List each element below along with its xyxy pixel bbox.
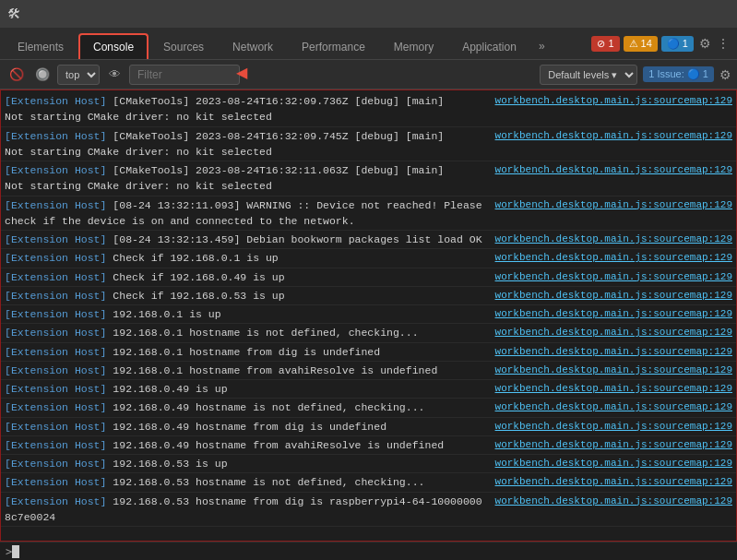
log-text: [Extension Host] 192.168.0.53 hostname i…	[5, 474, 488, 490]
console-prompt: >	[6, 545, 12, 558]
log-source-link[interactable]: workbench.desktop.main.js:sourcemap:129	[495, 474, 732, 490]
log-entry: [Extension Host] [CMakeTools] 2023-08-24…	[1, 92, 736, 127]
filter-input[interactable]	[129, 65, 240, 85]
log-continuation: Not starting CMake driver: no kit select…	[5, 178, 272, 194]
log-text: [Extension Host] Check if 192.168.0.53 i…	[5, 288, 488, 304]
log-source-link[interactable]: workbench.desktop.main.js:sourcemap:129	[495, 456, 732, 471]
tab-elements[interactable]: Elements	[4, 33, 77, 59]
context-select[interactable]: top	[57, 65, 100, 85]
log-source-link[interactable]: workbench.desktop.main.js:sourcemap:129	[495, 399, 732, 415]
tab-performance[interactable]: Performance	[288, 33, 379, 59]
log-entry: [Extension Host] Check if 192.168.0.53 i…	[1, 287, 736, 305]
log-source-link[interactable]: workbench.desktop.main.js:sourcemap:129	[495, 128, 732, 144]
toolbar-right: Default levels ▾ 1 Issue: 🔵 1 ⚙	[540, 65, 731, 85]
console-toolbar: 🚫 🔘 top 👁 ◀ Default levels ▾ 1 Issue: 🔵 …	[0, 60, 737, 89]
log-main-row: [Extension Host] [CMakeTools] 2023-08-24…	[5, 162, 732, 178]
tab-overflow[interactable]: »	[531, 33, 553, 59]
log-source-link[interactable]: workbench.desktop.main.js:sourcemap:129	[495, 419, 732, 435]
log-entry: [Extension Host] 192.168.0.49 is upworkb…	[1, 380, 736, 399]
more-options-icon[interactable]: ⋮	[717, 36, 730, 51]
log-entry: [Extension Host] Check if 192.168.0.1 is…	[1, 249, 736, 268]
log-source-link[interactable]: workbench.desktop.main.js:sourcemap:129	[495, 162, 732, 178]
tab-network[interactable]: Network	[219, 33, 287, 59]
app-icon: 🛠	[7, 6, 20, 21]
close-button[interactable]	[707, 5, 730, 23]
log-main-row: [Extension Host] Check if 192.168.0.49 i…	[5, 269, 732, 285]
warning-badge: ⚠ 14	[624, 36, 658, 52]
log-text: [Extension Host] [CMakeTools] 2023-08-24…	[5, 162, 488, 178]
tab-console[interactable]: Console	[78, 33, 149, 59]
console-input-bar[interactable]: >	[0, 542, 737, 560]
log-main-row: [Extension Host] 192.168.0.49 hostname i…	[5, 399, 732, 415]
log-entry: [Extension Host] 192.168.0.49 hostname f…	[1, 418, 736, 436]
maximize-button[interactable]	[684, 5, 706, 23]
log-continuation: Not starting CMake driver: no kit select…	[5, 144, 272, 160]
log-main-row: [Extension Host] [CMakeTools] 2023-08-24…	[5, 128, 732, 144]
info-badge: 🔵 1	[661, 36, 694, 52]
window-controls	[660, 5, 730, 23]
log-text: [Extension Host] 192.168.0.49 is up	[5, 381, 488, 397]
devtools-gear-icon[interactable]: ⚙	[697, 34, 713, 53]
tab-memory[interactable]: Memory	[380, 33, 447, 59]
log-entry: [Extension Host] [CMakeTools] 2023-08-24…	[1, 161, 736, 197]
log-source-link[interactable]: workbench.desktop.main.js:sourcemap:129	[495, 232, 732, 247]
log-main-row: [Extension Host] 192.168.0.49 hostname f…	[5, 419, 732, 435]
log-source-link[interactable]: workbench.desktop.main.js:sourcemap:129	[495, 306, 732, 322]
minimize-button[interactable]	[660, 5, 682, 23]
title-bar: 🛠	[0, 0, 737, 28]
log-source-link[interactable]: workbench.desktop.main.js:sourcemap:129	[495, 344, 732, 360]
log-main-row: [Extension Host] 192.168.0.1 is upworkbe…	[5, 306, 732, 322]
log-entry: [Extension Host] 192.168.0.53 hostname i…	[1, 473, 736, 492]
log-main-row: [Extension Host] 192.168.0.53 is upworkb…	[5, 456, 732, 471]
tab-application[interactable]: Application	[448, 33, 530, 59]
log-entry: [Extension Host] 192.168.0.1 hostname fr…	[1, 343, 736, 362]
log-source-link[interactable]: workbench.desktop.main.js:sourcemap:129	[495, 363, 732, 378]
eye-icon[interactable]: 👁	[103, 64, 125, 86]
log-source-link[interactable]: workbench.desktop.main.js:sourcemap:129	[495, 381, 732, 397]
log-entry: [Extension Host] 192.168.0.53 hostname f…	[1, 493, 736, 528]
log-source-link[interactable]: workbench.desktop.main.js:sourcemap:129	[495, 494, 732, 526]
console-output[interactable]: [Extension Host] [CMakeTools] 2023-08-24…	[0, 89, 737, 542]
log-text: [Extension Host] 192.168.0.1 is up	[5, 306, 488, 322]
log-text: [Extension Host] Check if 192.168.0.1 is…	[5, 250, 488, 266]
log-text: [Extension Host] [08-24 13:32:11.093] WA…	[5, 197, 488, 230]
log-source-link[interactable]: workbench.desktop.main.js:sourcemap:129	[495, 288, 732, 304]
log-main-row: [Extension Host] 192.168.0.53 hostname i…	[5, 474, 732, 490]
log-entry: [Extension Host] 192.168.0.1 hostname is…	[1, 324, 736, 342]
log-text: [Extension Host] 192.168.0.1 hostname fr…	[5, 363, 488, 378]
issue-text: 1 Issue: 🔵 1	[648, 68, 708, 80]
log-text: [Extension Host] 192.168.0.53 hostname f…	[5, 494, 488, 526]
log-text: [Extension Host] 192.168.0.49 hostname f…	[5, 419, 488, 435]
console-cursor	[12, 545, 19, 558]
log-entry: [Extension Host] [CMakeTools] 2023-08-24…	[1, 127, 736, 162]
log-text: [Extension Host] Check if 192.168.0.49 i…	[5, 269, 488, 285]
tab-sources[interactable]: Sources	[149, 33, 218, 59]
preserve-log-button[interactable]: 🔘	[31, 64, 53, 86]
tab-bar-badges: ⊘ 1 ⚠ 14 🔵 1 ⚙ ⋮	[584, 28, 737, 59]
issue-badge[interactable]: 1 Issue: 🔵 1	[643, 66, 714, 82]
log-source-link[interactable]: workbench.desktop.main.js:sourcemap:129	[495, 269, 732, 285]
log-text: [Extension Host] [08-24 13:32:13.459] De…	[5, 232, 488, 247]
log-levels-select[interactable]: Default levels ▾	[540, 65, 637, 85]
log-main-row: [Extension Host] Check if 192.168.0.53 i…	[5, 288, 732, 304]
log-entry: [Extension Host] 192.168.0.49 hostname i…	[1, 399, 736, 417]
log-text: [Extension Host] [CMakeTools] 2023-08-24…	[5, 128, 488, 144]
log-source-link[interactable]: workbench.desktop.main.js:sourcemap:129	[495, 250, 732, 266]
log-source-link[interactable]: workbench.desktop.main.js:sourcemap:129	[495, 437, 732, 453]
log-main-row: [Extension Host] 192.168.0.49 hostname f…	[5, 437, 732, 453]
log-source-link[interactable]: workbench.desktop.main.js:sourcemap:129	[495, 93, 732, 109]
log-main-row: [Extension Host] 192.168.0.1 hostname fr…	[5, 363, 732, 378]
log-main-row: [Extension Host] [08-24 13:32:11.093] WA…	[5, 197, 732, 230]
log-entry: [Extension Host] [08-24 13:32:13.459] De…	[1, 231, 736, 249]
log-text: [Extension Host] 192.168.0.49 hostname i…	[5, 399, 488, 415]
log-main-row: [Extension Host] 192.168.0.1 hostname fr…	[5, 344, 732, 360]
console-settings-icon[interactable]: ⚙	[719, 67, 731, 82]
log-main-row: [Extension Host] Check if 192.168.0.1 is…	[5, 250, 732, 266]
log-entry: [Extension Host] 192.168.0.1 is upworkbe…	[1, 305, 736, 324]
log-entry: [Extension Host] Check if 192.168.0.49 i…	[1, 268, 736, 287]
clear-console-button[interactable]: 🚫	[6, 64, 28, 86]
log-source-link[interactable]: workbench.desktop.main.js:sourcemap:129	[495, 197, 732, 230]
log-entry: [Extension Host] [08-24 13:32:11.093] WA…	[1, 197, 736, 232]
log-source-link[interactable]: workbench.desktop.main.js:sourcemap:129	[495, 325, 732, 340]
log-text: [Extension Host] 192.168.0.49 hostname f…	[5, 437, 488, 453]
